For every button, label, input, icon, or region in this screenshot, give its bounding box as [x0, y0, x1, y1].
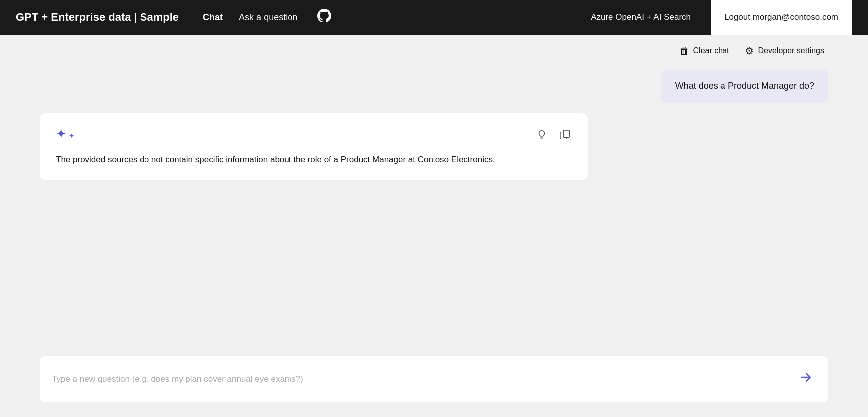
app-title: GPT + Enterprise data | Sample: [16, 11, 179, 24]
ai-response-header: ✦ ✦: [56, 127, 572, 145]
azure-label: Azure OpenAI + AI Search: [591, 12, 691, 22]
svg-rect-0: [563, 130, 569, 138]
action-bar: 🗑 Clear chat ⚙ Developer settings: [40, 45, 828, 57]
gear-icon: ⚙: [745, 45, 754, 57]
ai-response-actions: [534, 127, 572, 145]
logout-button[interactable]: Logout morgan@contoso.com: [711, 0, 852, 35]
clear-chat-button[interactable]: 🗑 Clear chat: [679, 45, 729, 57]
chat-input-area: [40, 356, 828, 402]
clipboard-button[interactable]: [557, 127, 572, 145]
lightbulb-button[interactable]: [534, 127, 549, 145]
developer-settings-button[interactable]: ⚙ Developer settings: [745, 45, 824, 57]
trash-icon: 🗑: [679, 45, 689, 57]
github-icon[interactable]: [317, 9, 331, 26]
chat-area: What does a Product Manager do? ✦ ✦: [40, 69, 828, 336]
send-icon: [798, 370, 813, 388]
ai-response-card: ✦ ✦: [40, 113, 588, 180]
send-button[interactable]: [795, 367, 816, 391]
user-message-wrapper: What does a Product Manager do?: [40, 69, 828, 103]
app-header: GPT + Enterprise data | Sample Chat Ask …: [0, 0, 868, 35]
ai-response-text: The provided sources do not contain spec…: [56, 153, 572, 166]
header-right: Azure OpenAI + AI Search Logout morgan@c…: [591, 0, 852, 35]
header-nav: Chat Ask a question: [203, 9, 591, 26]
user-message-bubble: What does a Product Manager do?: [661, 69, 828, 103]
main-content: 🗑 Clear chat ⚙ Developer settings What d…: [0, 35, 868, 417]
ai-icon-group: ✦ ✦: [56, 127, 75, 140]
nav-ask-question[interactable]: Ask a question: [239, 12, 297, 23]
clear-chat-label: Clear chat: [693, 46, 729, 55]
nav-chat[interactable]: Chat: [203, 12, 223, 23]
chat-input[interactable]: [52, 374, 787, 384]
developer-settings-label: Developer settings: [758, 46, 824, 55]
sparkle-small-icon: ✦: [69, 132, 75, 139]
sparkle-main-icon: ✦: [56, 127, 67, 140]
